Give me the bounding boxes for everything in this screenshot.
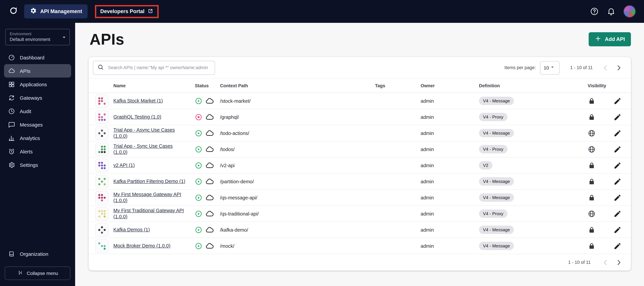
sidebar: Environment Default environment Dashboar…: [0, 23, 75, 286]
plus-icon: [595, 35, 602, 43]
api-name-link[interactable]: My First Traditional Gateway API (1.0.0): [113, 208, 186, 220]
status-stopped-icon: [195, 113, 202, 121]
api-management-switcher[interactable]: API Management: [24, 4, 88, 19]
header-cell-name: Name: [113, 83, 195, 88]
sidebar-item-applications[interactable]: Applications: [4, 78, 71, 91]
context-path: /qs-message-api/: [220, 195, 375, 200]
next-page-button[interactable]: [612, 61, 626, 74]
status-started-icon: [195, 97, 202, 105]
user-avatar[interactable]: [623, 5, 636, 18]
sidebar-item-label: Applications: [20, 81, 47, 87]
edit-api-button[interactable]: [610, 226, 624, 234]
footer-previous-page-button[interactable]: [599, 256, 612, 269]
sidebar-item-alerts[interactable]: Alerts: [4, 145, 71, 158]
top-bar: API Management Developers Portal: [0, 0, 644, 23]
api-name-link[interactable]: Trial App - Async Use Cases (1.0.0): [113, 127, 186, 139]
owner: admin: [420, 243, 479, 248]
context-path: /mock/: [220, 243, 375, 248]
sidebar-item-analytics[interactable]: Analytics: [4, 131, 71, 145]
api-name-link[interactable]: Kafka Stock Market (1): [113, 98, 163, 104]
sidebar-item-messages[interactable]: Messages: [4, 118, 71, 131]
edit-api-button[interactable]: [610, 193, 624, 202]
api-avatar: [95, 94, 109, 108]
search-input[interactable]: [107, 65, 211, 71]
api-status: [195, 193, 220, 202]
table-row[interactable]: Kafka Stock Market (1) /stock-market/ ad…: [88, 93, 631, 109]
collapse-label: Collapse menu: [27, 270, 58, 276]
table-row[interactable]: Mock Broker Demo (1.0.0) /mock/ admin V4…: [88, 238, 631, 254]
notifications-bell-button[interactable]: [606, 7, 616, 16]
sidebar-item-audit[interactable]: Audit: [4, 104, 71, 118]
api-avatar: [95, 159, 109, 172]
sidebar-item-dashboard[interactable]: Dashboard: [4, 51, 71, 64]
items-per-page-select[interactable]: 10: [540, 61, 559, 74]
table-row[interactable]: My First Traditional Gateway API (1.0.0)…: [88, 206, 631, 222]
owner: admin: [420, 147, 479, 152]
sidebar-item-label: Gateways: [20, 95, 42, 101]
apis-table-card: Items per page: 10 1 - 10 of 11 Name: [88, 57, 631, 270]
lock-icon: [588, 226, 610, 234]
api-name-link[interactable]: v2 API (1): [113, 162, 135, 168]
context-path: /todo-actions/: [220, 130, 375, 136]
definition-badge: V4 - Message: [479, 129, 514, 137]
api-status: [195, 145, 220, 154]
environment-selector[interactable]: Environment Default environment: [5, 29, 70, 45]
status-started-icon: [195, 178, 202, 185]
api-status: [195, 225, 220, 234]
edit-api-button[interactable]: [610, 97, 624, 105]
organization-icon: [8, 250, 15, 257]
table-footer: 1 - 10 of 11: [88, 254, 631, 270]
cloud-icon: [205, 193, 214, 202]
api-name-link[interactable]: GraphQL Testing (1.0): [113, 114, 161, 120]
definition-badge: V4 - Message: [479, 97, 514, 105]
table-row[interactable]: Kafka Demos (1) /kafka-demo/ admin V4 - …: [88, 222, 631, 238]
add-api-button[interactable]: Add API: [589, 32, 631, 46]
help-button[interactable]: [590, 7, 599, 16]
collapse-menu-button[interactable]: Collapse menu: [5, 266, 70, 280]
lock-icon: [588, 161, 610, 169]
edit-api-button[interactable]: [610, 145, 624, 153]
table-row[interactable]: v2 API (1) /v2-api admin V2: [88, 157, 631, 174]
table-row[interactable]: My First Message Gateway API (1.0.0) /qs…: [88, 190, 631, 206]
page-title: APIs: [90, 30, 124, 48]
edit-api-button[interactable]: [610, 242, 624, 250]
chevron-down-icon: [550, 64, 556, 71]
edit-api-button[interactable]: [610, 210, 624, 218]
edit-api-button[interactable]: [610, 129, 624, 137]
footer-next-page-button[interactable]: [612, 256, 626, 269]
api-name-link[interactable]: Kafka Demos (1): [113, 227, 150, 233]
previous-page-button[interactable]: [599, 61, 612, 74]
lock-icon: [588, 97, 610, 105]
api-avatar: [95, 142, 109, 156]
gateways-icon: [8, 94, 15, 101]
sidebar-item-organization[interactable]: Organization: [4, 247, 71, 260]
cloud-icon: [205, 129, 214, 137]
context-path: /todos/: [220, 147, 375, 152]
api-name-link[interactable]: Mock Broker Demo (1.0.0): [113, 243, 170, 249]
lock-icon: [588, 193, 610, 202]
cloud-icon: [205, 145, 214, 154]
api-name-link[interactable]: Kafka Partition Filtering Demo (1): [113, 179, 185, 184]
api-avatar: [95, 110, 109, 124]
table-row[interactable]: Trial App - Async Use Cases (1.0.0) /tod…: [88, 125, 631, 141]
api-avatar: [95, 175, 109, 188]
sidebar-item-label: Audit: [20, 108, 31, 114]
lock-icon: [588, 177, 610, 185]
edit-api-button[interactable]: [610, 161, 624, 169]
api-name-link[interactable]: Trial App - Sync Use Cases (1.0.0): [113, 143, 186, 155]
api-name-link[interactable]: My First Message Gateway API (1.0.0): [113, 192, 186, 204]
table-row[interactable]: Kafka Partition Filtering Demo (1) /part…: [88, 174, 631, 190]
context-path: /v2-api: [220, 163, 375, 168]
sidebar-item-label: Analytics: [20, 135, 40, 141]
sidebar-item-settings[interactable]: Settings: [4, 158, 71, 172]
sidebar-item-gateways[interactable]: Gateways: [4, 91, 71, 104]
annotation-highlight-box: Developers Portal: [95, 5, 159, 18]
table-row[interactable]: GraphQL Testing (1.0) /graphql/ admin V4…: [88, 109, 631, 125]
audit-icon: [8, 108, 15, 115]
developers-portal-link[interactable]: Developers Portal: [100, 8, 153, 15]
table-row[interactable]: Trial App - Sync Use Cases (1.0.0) /todo…: [88, 141, 631, 157]
sidebar-item-apis[interactable]: APIs: [4, 64, 71, 78]
edit-api-button[interactable]: [610, 113, 624, 121]
edit-api-button[interactable]: [610, 177, 624, 185]
collapse-icon: [17, 269, 24, 277]
